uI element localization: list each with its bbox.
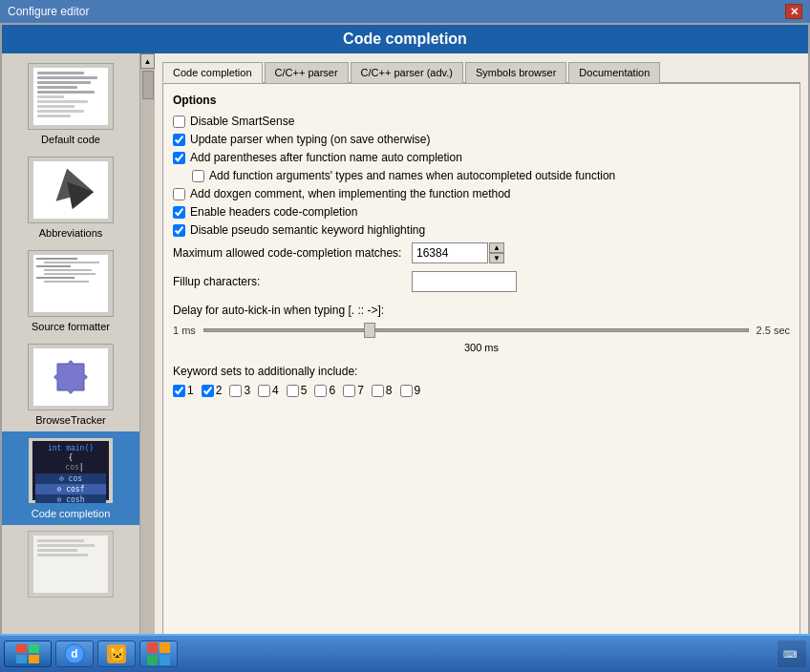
code-completion-icon: int main() { cos| ⊙ cos ⊙ cosf ⊙ cosh <box>28 437 114 504</box>
keyword-checkboxes: 1 2 3 4 <box>173 384 790 397</box>
checkbox-add-parentheses[interactable] <box>173 152 185 164</box>
svg-rect-0 <box>16 644 27 653</box>
checkbox-disable-pseudo[interactable] <box>173 224 185 237</box>
sidebar-scroll-track[interactable] <box>140 69 155 655</box>
checkbox-keyword-4[interactable] <box>258 385 270 397</box>
label-keyword-9: 9 <box>415 384 421 397</box>
sidebar-item-label-default-code: Default code <box>41 134 100 145</box>
sidebar: Default code Abbreviations <box>2 53 155 670</box>
checkbox-disable-smartsense[interactable] <box>173 116 185 128</box>
field-max-matches: Maximum allowed code-completion matches:… <box>173 242 790 263</box>
keyword-set-6: 6 <box>314 384 335 397</box>
tab-symbols-browser[interactable]: Symbols browser <box>465 62 566 83</box>
option-add-doxgen: Add doxgen comment, when implementing th… <box>173 187 790 200</box>
spinner-max-matches: ▲ ▼ <box>489 242 504 263</box>
tab-cpp-parser[interactable]: C/C++ parser <box>265 62 349 83</box>
checkbox-keyword-9[interactable] <box>400 385 413 397</box>
slider-max-label: 2.5 sec <box>757 325 790 336</box>
keyword-set-9: 9 <box>400 384 421 397</box>
option-add-parentheses: Add parentheses after function name auto… <box>173 151 790 164</box>
close-button[interactable]: ✕ <box>785 4 802 19</box>
checkbox-keyword-7[interactable] <box>343 385 355 397</box>
checkbox-keyword-8[interactable] <box>372 385 384 397</box>
keyword-sets-section: Keyword sets to additionally include: 1 … <box>173 365 790 397</box>
browse-tracker-icon <box>28 344 114 410</box>
sidebar-item-label-browse-tracker: BrowseTracker <box>35 414 106 426</box>
svg-text:d: d <box>71 647 77 661</box>
sidebar-item-abbreviations[interactable]: Abbreviations <box>2 151 139 244</box>
input-fillup-chars[interactable] <box>412 271 517 292</box>
checkbox-add-function-args[interactable] <box>192 170 204 182</box>
label-keyword-4: 4 <box>272 384 279 397</box>
start-button[interactable] <box>4 640 52 667</box>
sidebar-inner: Default code Abbreviations <box>2 53 139 670</box>
window-title: Configure editor <box>8 5 89 18</box>
sidebar-scroll: Default code Abbreviations <box>2 53 139 611</box>
delay-slider[interactable] <box>203 328 749 332</box>
tab-documentation[interactable]: Documentation <box>568 62 660 83</box>
keyword-set-7: 7 <box>343 384 364 397</box>
taskbar: d 🐱 ⌨ <box>0 634 810 672</box>
other-icon <box>28 531 114 598</box>
svg-text:🐱: 🐱 <box>109 646 126 662</box>
taskbar-button-1[interactable]: d <box>55 640 94 667</box>
tab-cpp-parser-adv[interactable]: C/C++ parser (adv.) <box>351 62 463 83</box>
svg-rect-3 <box>29 655 39 663</box>
option-enable-headers: Enable headers code-completion <box>173 205 790 219</box>
keyword-set-4: 4 <box>258 384 279 397</box>
input-max-matches[interactable] <box>412 242 488 263</box>
checkbox-keyword-5[interactable] <box>287 385 299 397</box>
source-formatter-icon <box>28 250 114 317</box>
spinner-up-max-matches[interactable]: ▲ <box>489 242 504 253</box>
sidebar-item-label-code-completion: Code completion <box>32 508 111 519</box>
sidebar-scrollbar: ▲ ▼ <box>139 53 155 670</box>
tab-code-completion[interactable]: Code completion <box>162 62 263 83</box>
checkbox-keyword-6[interactable] <box>314 385 327 397</box>
option-disable-pseudo: Disable pseudo semantic keyword highligh… <box>173 223 790 237</box>
slider-track-container: 1 ms 2.5 sec <box>173 321 790 340</box>
taskbar-button-3[interactable] <box>139 640 178 667</box>
option-update-parser: Update parser when typing (on save other… <box>173 133 790 146</box>
main-window: Code completion <box>0 23 810 672</box>
label-fillup-chars: Fillup characters: <box>173 275 412 288</box>
option-disable-smartsense: Disable SmartSense <box>173 115 790 128</box>
keyword-set-1: 1 <box>173 384 194 397</box>
keyword-set-8: 8 <box>372 384 393 397</box>
tabs-bar: Code completion C/C++ parser C/C++ parse… <box>162 61 800 83</box>
checkbox-add-doxgen[interactable] <box>173 188 185 200</box>
label-keyword-1: 1 <box>187 384 194 397</box>
label-keyword-3: 3 <box>244 384 250 397</box>
option-add-function-args: Add function arguments' types and names … <box>173 169 790 182</box>
checkbox-keyword-3[interactable] <box>229 385 242 397</box>
checkbox-enable-headers[interactable] <box>173 206 185 219</box>
sidebar-scroll-up-button[interactable]: ▲ <box>140 53 155 69</box>
slider-container: Delay for auto-kick-in when typing [. ::… <box>173 300 790 357</box>
svg-rect-1 <box>29 644 39 653</box>
keyword-sets-title: Keyword sets to additionally include: <box>173 365 790 378</box>
svg-rect-2 <box>16 655 27 663</box>
label-keyword-7: 7 <box>357 384 364 397</box>
title-bar: Configure editor ✕ <box>0 0 810 23</box>
options-section-title: Options <box>173 94 790 107</box>
label-add-doxgen: Add doxgen comment, when implementing th… <box>190 187 511 200</box>
checkbox-keyword-2[interactable] <box>202 385 214 397</box>
label-update-parser: Update parser when typing (on save other… <box>190 133 430 146</box>
keyword-set-5: 5 <box>287 384 308 397</box>
slider-value-display: 300 ms <box>173 342 790 353</box>
label-keyword-2: 2 <box>216 384 223 397</box>
sidebar-item-code-completion[interactable]: int main() { cos| ⊙ cos ⊙ cosf ⊙ cosh Co <box>2 431 139 525</box>
checkbox-keyword-1[interactable] <box>173 385 185 397</box>
checkbox-update-parser[interactable] <box>173 134 185 146</box>
label-disable-smartsense: Disable SmartSense <box>190 115 294 128</box>
slider-wrapper <box>203 321 749 340</box>
spinner-down-max-matches[interactable]: ▼ <box>489 253 504 263</box>
taskbar-button-2[interactable]: 🐱 <box>97 640 136 667</box>
field-fillup-chars: Fillup characters: <box>173 271 790 292</box>
sidebar-item-other[interactable] <box>2 525 139 607</box>
sidebar-item-browse-tracker[interactable]: BrowseTracker <box>2 338 139 431</box>
sidebar-item-default-code[interactable]: Default code <box>2 57 139 151</box>
tab-content: Options Disable SmartSense Update parser… <box>162 83 800 662</box>
svg-rect-11 <box>160 655 170 665</box>
sidebar-item-source-formatter[interactable]: Source formatter <box>2 244 139 338</box>
label-max-matches: Maximum allowed code-completion matches: <box>173 246 412 260</box>
